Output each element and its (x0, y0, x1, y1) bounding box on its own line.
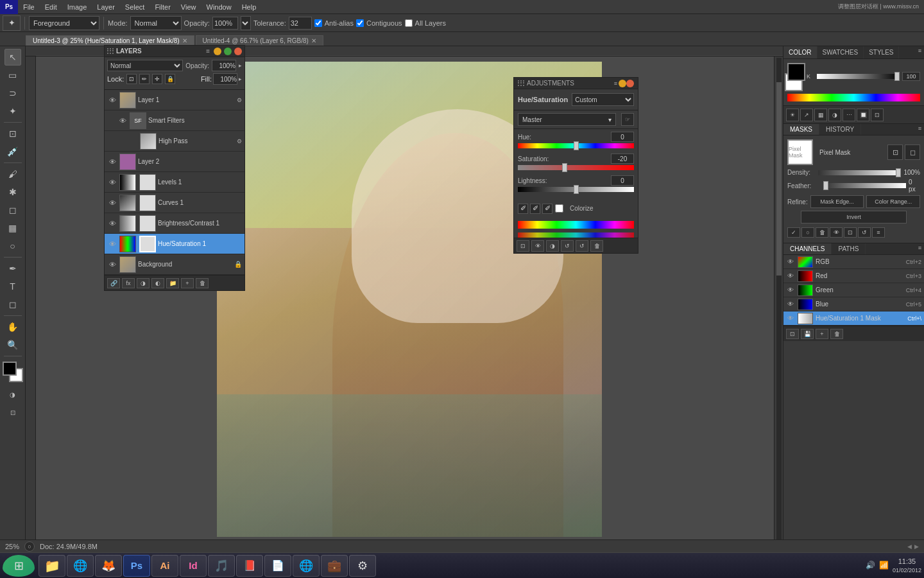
contiguous-checkbox[interactable] (356, 19, 364, 27)
magic-wand-tool2[interactable]: ✦ (4, 103, 21, 119)
color-panel-menu[interactable]: ≡ (916, 46, 924, 58)
channels-delete-btn[interactable]: 🗑 (830, 329, 843, 339)
hand-tool[interactable]: ✋ (4, 319, 21, 335)
apply-mask-btn[interactable]: ✓ (787, 227, 800, 238)
lightness-value-input[interactable]: 0 (611, 175, 634, 186)
lock-all-btn[interactable]: 🔒 (165, 74, 175, 84)
mode-select[interactable]: Normal (130, 16, 182, 30)
channel-rgb[interactable]: 👁 RGB Ctrl+2 (783, 255, 924, 269)
layer1-options[interactable]: ⚙ (237, 97, 242, 103)
fill-arrow[interactable]: ▸ (239, 76, 242, 82)
disable-mask-btn[interactable]: ○ (801, 227, 814, 238)
taskbar-office[interactable]: 💼 (321, 555, 348, 577)
start-button[interactable]: ⊞ (3, 555, 35, 577)
quick-mask-btn[interactable]: ◑ (4, 386, 21, 403)
adj-view-prev-btn[interactable]: ◑ (546, 240, 559, 252)
menu-filter[interactable]: Filter (150, 0, 175, 13)
layers-panel-close[interactable] (234, 48, 242, 55)
taskbar-photoshop[interactable]: Ps (123, 555, 150, 577)
tab-channels[interactable]: CHANNELS (783, 243, 832, 254)
channels-new-btn[interactable]: + (816, 329, 828, 339)
layer-item-background[interactable]: 👁 Background 🔒 (105, 254, 244, 275)
color-spectrum[interactable] (787, 94, 920, 101)
adj-clip-btn[interactable]: ⊡ (517, 240, 529, 252)
tab-history[interactable]: HISTORY (819, 124, 861, 135)
adj-preset-select[interactable]: Custom (572, 93, 634, 106)
taskbar-acrobat[interactable]: 📕 (236, 555, 263, 577)
add-pixel-mask-btn[interactable]: ⊡ (887, 144, 903, 160)
brightness1-visibility[interactable]: 👁 (107, 218, 117, 229)
masks-panel-menu[interactable]: ≡ (916, 124, 924, 135)
adjustment-curves-btn[interactable]: ↗ (800, 109, 813, 121)
link-layers-btn[interactable]: 🔗 (107, 278, 120, 288)
layer-style-btn[interactable]: fx (122, 278, 135, 288)
gradient-tool[interactable]: ▦ (4, 220, 21, 236)
channel-rgb-vis[interactable]: 👁 (786, 258, 795, 267)
opacity-arrow[interactable]: ▸ (239, 62, 242, 69)
lasso-tool[interactable]: ⊃ (4, 85, 21, 101)
layer-mask-btn[interactable]: ◑ (137, 278, 150, 288)
layers-drag-handle[interactable] (107, 48, 114, 55)
saturation-value-input[interactable]: -20 (611, 153, 634, 164)
adj-close[interactable] (626, 80, 634, 87)
menu-help[interactable]: Help (237, 0, 262, 13)
layer1-visibility[interactable]: 👁 (107, 95, 117, 105)
channels-save-btn[interactable]: 💾 (801, 329, 814, 339)
zoom-tool[interactable]: 🔍 (4, 337, 21, 353)
menu-window[interactable]: Window (201, 0, 237, 13)
layer-item-levels1[interactable]: 👁 Levels 1 (105, 172, 244, 193)
pen-tool[interactable]: ✒ (4, 260, 21, 277)
menu-image[interactable]: Image (62, 0, 92, 13)
layer-item-layer2[interactable]: 👁 Layer 2 (105, 152, 244, 172)
opacity-dropdown[interactable] (241, 16, 251, 30)
layers-panel-minimize[interactable] (214, 48, 221, 55)
feather-slider[interactable] (823, 183, 906, 188)
taskbar-browser[interactable]: 🌐 (67, 555, 94, 577)
layers-panel-menu-btn[interactable]: ≡ (205, 48, 211, 55)
adjustment-brightness-btn[interactable]: ☀ (786, 109, 799, 121)
clone-tool[interactable]: ✱ (4, 184, 21, 200)
text-tool[interactable]: T (4, 278, 21, 295)
status-arrow-left[interactable]: ◀ (907, 543, 912, 550)
eyedropper2-btn[interactable]: ✐ (530, 204, 540, 214)
channel-red[interactable]: 👁 Red Ctrl+3 (783, 269, 924, 283)
adj-reset-btn[interactable]: ↺ (561, 240, 574, 252)
blending-mode-select[interactable]: Normal (107, 60, 183, 71)
layer-item-hue1[interactable]: 👁 Hue/Saturation 1 (105, 234, 244, 254)
high-pass-options-icon[interactable]: ⚙ (237, 138, 242, 144)
density-slider[interactable] (818, 170, 901, 175)
all-layers-checkbox[interactable] (405, 19, 413, 27)
k-value-input[interactable]: 100 (902, 72, 920, 81)
invert-btn[interactable]: Invert (801, 211, 907, 223)
lightness-slider[interactable] (518, 187, 634, 192)
adjustment-channel-btn[interactable]: 🔲 (857, 109, 869, 121)
tool-preset-select[interactable]: Foreground (29, 16, 99, 30)
hue-slider[interactable] (518, 143, 634, 148)
lock-position-btn[interactable]: ✛ (152, 74, 162, 84)
delete-mask-btn[interactable]: 🗑 (816, 227, 828, 238)
tab-paths[interactable]: PATHS (832, 243, 866, 254)
lock-transparency-btn[interactable]: ⊡ (126, 74, 137, 84)
taskbar-settings[interactable]: ⚙ (349, 555, 376, 577)
eyedropper-tool[interactable]: 💉 (4, 143, 21, 160)
layers-panel-maximize[interactable] (224, 48, 232, 55)
eyedropper3-btn[interactable]: ✐ (542, 204, 552, 214)
adj-eye-btn[interactable]: 👁 (531, 240, 544, 252)
channel-blue-vis[interactable]: 👁 (786, 300, 795, 309)
status-arrow-right[interactable]: ▶ (914, 543, 919, 550)
menu-layer[interactable]: Layer (92, 0, 120, 13)
menu-edit[interactable]: Edit (40, 0, 62, 13)
tab-document-2[interactable]: Untitled-4 @ 66.7% (Layer 6, RGB/8) ✕ (196, 35, 323, 46)
pixel-mask-swatch[interactable]: Pixel Mask (787, 139, 813, 165)
taskbar-explorer[interactable]: 📁 (38, 555, 65, 577)
layer-item-high-pass[interactable]: High Pass ⚙ (105, 131, 244, 152)
vertical-scrollbar[interactable] (774, 57, 783, 543)
adj-finger-tool[interactable]: ☞ (621, 113, 634, 126)
color-range-btn[interactable]: Color Range... (866, 195, 920, 208)
shape-tool[interactable]: ◻ (4, 296, 21, 313)
taskbar-media-player[interactable]: 🎵 (208, 555, 235, 577)
channel-red-vis[interactable]: 👁 (786, 272, 795, 281)
hue1-visibility[interactable]: 👁 (107, 239, 117, 249)
add-vector-mask-btn[interactable]: ◻ (905, 144, 920, 160)
tab-document-1-close[interactable]: ✕ (182, 37, 187, 44)
